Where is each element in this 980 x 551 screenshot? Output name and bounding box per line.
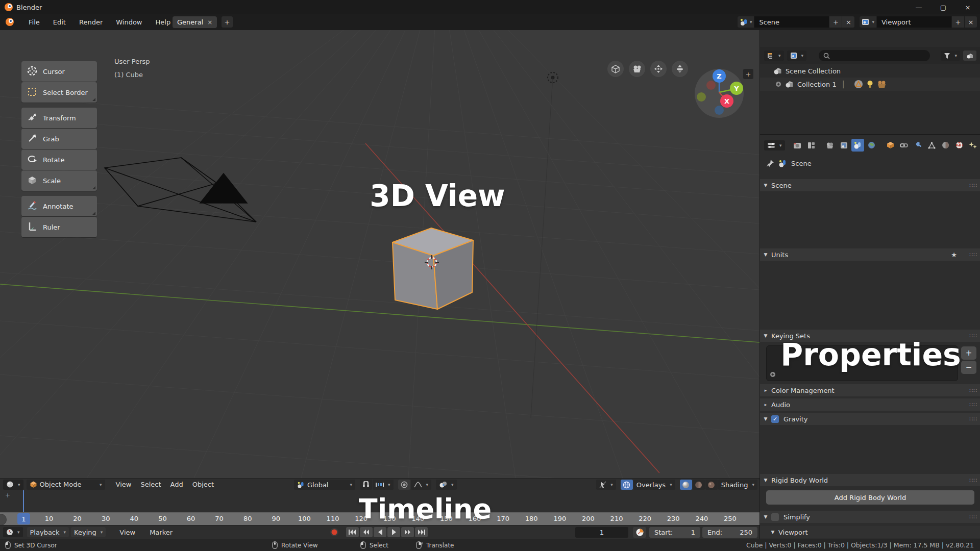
tool-grab[interactable]: Grab: [21, 129, 97, 149]
shading-rendered-button[interactable]: [705, 480, 718, 490]
workspace-tab-general[interactable]: General ×: [173, 16, 217, 28]
panel-drag-dots[interactable]: ∷∷: [969, 514, 977, 520]
proportional-toggle-button[interactable]: [398, 480, 410, 490]
tool-cursor[interactable]: Cursor: [21, 61, 97, 82]
jump-to-start-button[interactable]: [346, 527, 359, 537]
ruler-scroll-knob[interactable]: [0, 514, 7, 525]
scene-datablock-icon[interactable]: ▾: [738, 16, 754, 28]
remove-viewlayer-button[interactable]: ×: [965, 16, 977, 28]
snap-target-dropdown[interactable]: ▾: [373, 480, 394, 490]
add-keying-set-button[interactable]: +: [961, 346, 976, 360]
menu-select[interactable]: Select: [136, 481, 165, 488]
jump-to-end-button[interactable]: [415, 527, 428, 537]
properties-editor[interactable]: ▾ Scene ▼Scene ∷∷: [760, 134, 980, 539]
new-collection-button[interactable]: [963, 51, 976, 61]
menu-file[interactable]: File: [22, 14, 46, 30]
playhead-line[interactable]: [23, 490, 24, 513]
use-preview-range-button[interactable]: [633, 527, 646, 538]
shading-material-button[interactable]: [693, 480, 705, 490]
viewport-3d[interactable]: User Persp (1) Cube: [0, 30, 760, 478]
previous-keyframe-button[interactable]: [360, 527, 373, 537]
outliner-row-collection-1[interactable]: Collection 1 ▏: [760, 78, 980, 91]
add-scene-button[interactable]: +: [829, 16, 842, 28]
minimize-button[interactable]: —: [906, 0, 931, 14]
record-button[interactable]: [330, 528, 339, 538]
unlink-scene-button[interactable]: ×: [842, 16, 854, 28]
tab-physics-properties[interactable]: [939, 139, 952, 152]
timeline-expand-icon[interactable]: +: [5, 492, 10, 499]
panel-header-units[interactable]: ▼Units ★ ∷∷: [760, 248, 980, 261]
move-view-icon[interactable]: [650, 61, 667, 77]
panel-header-viewport[interactable]: ▼Viewport: [760, 526, 980, 538]
play-reverse-button[interactable]: [374, 527, 386, 537]
next-keyframe-button[interactable]: [401, 527, 414, 537]
tab-constraints-properties[interactable]: [898, 139, 911, 152]
panel-header-rigid-body[interactable]: ▼Rigid Body World ∷∷: [760, 474, 980, 486]
mode-dropdown[interactable]: Object Mode ▾: [27, 480, 105, 490]
panel-drag-dots[interactable]: ∷∷: [969, 477, 977, 484]
remove-keying-set-button[interactable]: −: [961, 361, 976, 374]
tab-world-properties[interactable]: [865, 139, 878, 152]
outliner-row-scene-collection[interactable]: Scene Collection: [760, 64, 980, 78]
properties-editor-type-button[interactable]: ▾: [764, 140, 785, 151]
shading-dropdown[interactable]: Shading▾: [718, 480, 757, 490]
mesh-data-icon[interactable]: [854, 80, 863, 89]
tab-render-properties[interactable]: [791, 139, 804, 152]
tab-modifiers-properties[interactable]: [912, 139, 924, 152]
perspective-toggle-icon[interactable]: [607, 61, 624, 77]
end-frame-field[interactable]: End: 250: [702, 527, 757, 538]
tab-view-layer-properties[interactable]: [824, 139, 837, 152]
tool-transform[interactable]: Transform: [21, 108, 97, 128]
menu-render[interactable]: Render: [72, 14, 109, 30]
maximize-button[interactable]: ▢: [931, 0, 955, 14]
cube-object[interactable]: [393, 228, 473, 309]
keying-dropdown[interactable]: Keying▾: [71, 527, 106, 537]
start-frame-field[interactable]: Start: 1: [649, 527, 700, 538]
camera-view-icon[interactable]: [629, 61, 645, 77]
shading-solid-button[interactable]: [680, 480, 692, 490]
navigation-gizmo[interactable]: Z Y X: [695, 63, 751, 121]
tab-scene-properties[interactable]: [851, 139, 864, 152]
scene-name-field[interactable]: Scene: [754, 16, 829, 28]
tab-object-properties[interactable]: [884, 139, 897, 152]
current-frame-indicator[interactable]: 1: [17, 513, 30, 524]
tool-rotate[interactable]: Rotate: [21, 149, 97, 170]
panel-header-color-management[interactable]: ▸Color Management ∷∷: [760, 384, 980, 396]
timeline-menu-view[interactable]: View: [115, 529, 140, 536]
pivot-dropdown[interactable]: ▾: [436, 480, 457, 490]
outliner-filter-type-dropdown[interactable]: ▾: [787, 51, 807, 61]
tool-ruler[interactable]: Ruler: [21, 217, 97, 237]
sidebar-expand-button[interactable]: +: [743, 69, 753, 79]
menu-object[interactable]: Object: [188, 481, 218, 488]
panel-drag-dots[interactable]: ∷∷: [969, 402, 977, 408]
playback-dropdown[interactable]: Playback▾: [27, 527, 69, 537]
menu-view[interactable]: View: [111, 481, 136, 488]
tab-output-properties[interactable]: [805, 139, 818, 152]
falloff-dropdown[interactable]: ▾: [411, 480, 432, 490]
panel-header-simplify[interactable]: ▼ Simplify ∷∷: [760, 511, 980, 523]
light-object[interactable]: [531, 72, 558, 418]
panel-drag-dots[interactable]: ∷∷: [969, 333, 977, 339]
tool-scale[interactable]: Scale: [21, 170, 97, 191]
tab-scene-thumb-properties[interactable]: [838, 139, 850, 152]
blender-menu-icon[interactable]: [5, 17, 15, 28]
orientation-dropdown[interactable]: Global ▾: [294, 480, 355, 490]
viewlayer-icon[interactable]: ▾: [860, 16, 876, 28]
light-data-icon[interactable]: [867, 80, 873, 89]
overlays-dropdown[interactable]: Overlays▾: [633, 480, 675, 490]
panel-header-gravity[interactable]: ▼ ✓ Gravity ∷∷: [760, 413, 980, 425]
tab-texture-properties[interactable]: [953, 139, 966, 152]
tool-annotate[interactable]: Annotate: [21, 196, 97, 216]
panel-header-scene[interactable]: ▼Scene ∷∷: [760, 179, 980, 191]
panel-drag-dots[interactable]: ∷∷: [969, 182, 977, 189]
outliner-editor[interactable]: ▾ ▾ ▾ Scene Collection Collectio: [760, 30, 980, 134]
outliner-display-mode-dropdown[interactable]: ▾: [764, 51, 784, 61]
pin-icon[interactable]: [766, 159, 774, 167]
panel-drag-dots[interactable]: ∷∷: [969, 387, 977, 394]
snap-toggle-button[interactable]: [360, 480, 372, 490]
menu-add[interactable]: Add: [166, 481, 188, 488]
camera-object[interactable]: [105, 158, 256, 222]
panel-drag-dots[interactable]: ∷∷: [969, 252, 977, 258]
gravity-checkbox[interactable]: ✓: [771, 415, 779, 423]
tool-select-border[interactable]: Select Border: [21, 82, 97, 103]
